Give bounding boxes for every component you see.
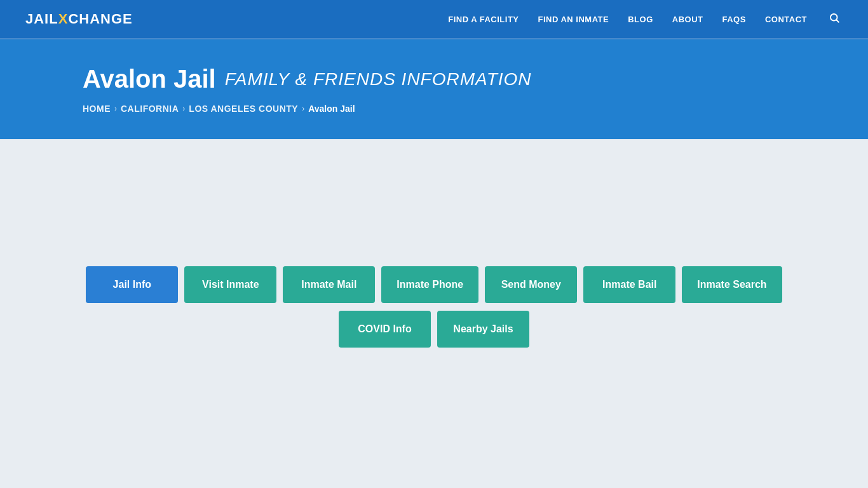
svg-line-1 — [836, 20, 838, 22]
breadcrumb-home[interactable]: Home — [83, 104, 111, 114]
breadcrumb-la-county[interactable]: Los Angeles County — [189, 104, 298, 114]
nav-find-facility[interactable]: FIND A FACILITY — [448, 15, 519, 24]
breadcrumb-separator-2: › — [182, 104, 185, 113]
page-title: Avalon Jail FAMILY & FRIENDS INFORMATION — [83, 65, 843, 93]
inmate-mail-button[interactable]: Inmate Mail — [283, 266, 375, 303]
nav-blog[interactable]: BLOG — [628, 15, 653, 24]
breadcrumb-current: Avalon Jail — [308, 104, 355, 114]
page-title-main: Avalon Jail — [83, 65, 216, 93]
nav-buttons-row-2: COVID Info Nearby Jails — [339, 311, 529, 348]
breadcrumb: Home › California › Los Angeles County ›… — [83, 104, 843, 114]
breadcrumb-separator-1: › — [114, 104, 117, 113]
inmate-bail-button[interactable]: Inmate Bail — [583, 266, 675, 303]
send-money-button[interactable]: Send Money — [485, 266, 577, 303]
nav-faqs[interactable]: FAQs — [722, 15, 746, 24]
nav-buttons: Jail Info Visit Inmate Inmate Mail Inmat… — [25, 266, 843, 348]
visit-inmate-button[interactable]: Visit Inmate — [184, 266, 276, 303]
nav-buttons-row-1: Jail Info Visit Inmate Inmate Mail Inmat… — [86, 266, 782, 303]
logo-x-text: X — [58, 11, 69, 27]
nav-about[interactable]: ABOUT — [672, 15, 703, 24]
inmate-phone-button[interactable]: Inmate Phone — [381, 266, 478, 303]
search-icon — [829, 12, 840, 24]
search-button[interactable] — [826, 10, 843, 29]
main-nav: FIND A FACILITY FIND AN INMATE BLOG ABOU… — [448, 10, 843, 29]
page-title-sub: FAMILY & FRIENDS INFORMATION — [225, 69, 532, 90]
logo-jail-text: JAIL — [25, 11, 58, 27]
main-content: Jail Info Visit Inmate Inmate Mail Inmat… — [0, 139, 868, 431]
hero-section: Avalon Jail FAMILY & FRIENDS INFORMATION… — [0, 39, 868, 139]
breadcrumb-separator-3: › — [302, 104, 304, 113]
breadcrumb-california[interactable]: California — [121, 104, 179, 114]
nav-find-inmate[interactable]: FIND AN INMATE — [538, 15, 609, 24]
nearby-jails-button[interactable]: Nearby Jails — [437, 311, 529, 348]
inmate-search-button[interactable]: Inmate Search — [682, 266, 782, 303]
jail-info-button[interactable]: Jail Info — [86, 266, 178, 303]
covid-info-button[interactable]: COVID Info — [339, 311, 431, 348]
logo-change-text: CHANGE — [68, 11, 132, 27]
site-header: JAIL X CHANGE FIND A FACILITY FIND AN IN… — [0, 0, 868, 39]
logo[interactable]: JAIL X CHANGE — [25, 11, 133, 27]
nav-contact[interactable]: CONTACT — [765, 15, 807, 24]
